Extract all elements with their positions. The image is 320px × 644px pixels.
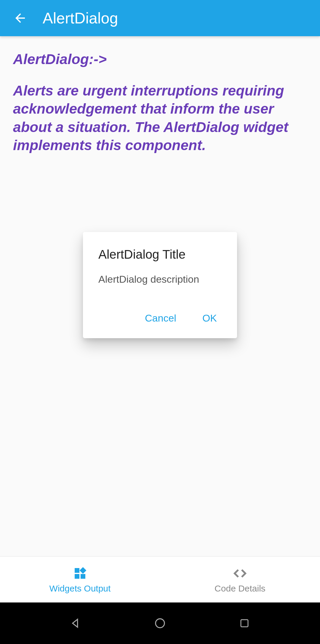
system-back-icon[interactable] [67, 614, 84, 632]
page-heading: AlertDialog:-> [13, 51, 307, 67]
system-navigation-bar [0, 602, 320, 644]
svg-marker-4 [73, 619, 78, 627]
dialog-container: AlertDialog Title AlertDialog descriptio… [0, 232, 320, 338]
alert-dialog: AlertDialog Title AlertDialog descriptio… [83, 232, 237, 338]
nav-label-code: Code Details [215, 583, 265, 594]
system-recent-icon[interactable] [236, 614, 253, 632]
widgets-icon [72, 566, 88, 581]
code-icon [232, 566, 248, 581]
content-area: AlertDialog:-> Alerts are urgent interru… [0, 36, 320, 556]
tab-widgets-output[interactable]: Widgets Output [0, 556, 160, 602]
nav-label-widgets: Widgets Output [49, 583, 111, 594]
svg-rect-6 [241, 620, 248, 627]
svg-rect-0 [75, 568, 79, 573]
dialog-title: AlertDialog Title [98, 247, 222, 262]
back-arrow-icon[interactable] [12, 10, 28, 26]
app-bar-title: AlertDialog [43, 9, 118, 27]
svg-point-5 [156, 619, 164, 628]
app-bar: AlertDialog [0, 0, 320, 36]
tab-code-details[interactable]: Code Details [160, 556, 320, 602]
dialog-description: AlertDialog description [98, 273, 222, 285]
svg-rect-3 [80, 567, 87, 574]
svg-rect-1 [75, 574, 79, 579]
ok-button[interactable]: OK [200, 309, 219, 327]
dialog-actions: Cancel OK [98, 309, 222, 332]
page-description: Alerts are urgent interruptions requirin… [13, 82, 307, 155]
cancel-button[interactable]: Cancel [143, 309, 179, 327]
svg-rect-2 [81, 574, 85, 579]
system-home-icon[interactable] [151, 614, 169, 632]
bottom-nav: Widgets Output Code Details [0, 556, 320, 602]
